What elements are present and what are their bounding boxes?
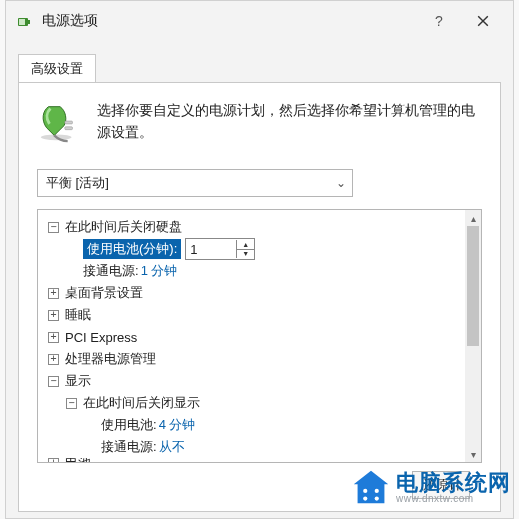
svg-rect-5 xyxy=(65,127,73,130)
tree-node-battery-group[interactable]: + 电池 xyxy=(44,458,461,462)
svg-rect-2 xyxy=(19,19,25,25)
value-link[interactable]: 1 分钟 xyxy=(141,262,178,280)
power-plug-icon xyxy=(37,99,83,145)
svg-rect-4 xyxy=(65,121,73,124)
window-title: 电源选项 xyxy=(42,12,417,30)
tree-node-desktop-bg[interactable]: + 桌面背景设置 xyxy=(44,282,461,304)
minutes-input[interactable] xyxy=(186,240,236,258)
tree-node-hdd-ac[interactable]: 接通电源: 1 分钟 xyxy=(44,260,461,282)
tab-panel: 选择你要自定义的电源计划，然后选择你希望计算机管理的电源设置。 平衡 [活动] … xyxy=(18,82,501,512)
restore-defaults-button[interactable]: 还原计划默认值(R) xyxy=(412,471,470,499)
scroll-up-icon[interactable]: ▴ xyxy=(465,210,481,226)
expand-icon[interactable]: + xyxy=(48,354,59,365)
value-link[interactable]: 4 分钟 xyxy=(159,416,196,434)
spin-down-icon[interactable]: ▼ xyxy=(237,250,254,259)
tree-node-cpu-power[interactable]: + 处理器电源管理 xyxy=(44,348,461,370)
scroll-track[interactable] xyxy=(465,226,481,446)
tree-node-display-battery[interactable]: 使用电池: 4 分钟 xyxy=(44,414,461,436)
close-button[interactable] xyxy=(461,1,505,41)
tab-strip: 高级设置 xyxy=(6,41,513,82)
tree-node-display[interactable]: − 显示 xyxy=(44,370,461,392)
spin-up-icon[interactable]: ▲ xyxy=(237,240,254,250)
tree-node-sleep[interactable]: + 睡眠 xyxy=(44,304,461,326)
power-options-dialog: 电源选项 ? 高级设置 选择你要自定义的电源计划，然后选择你希望计算机管理的电源… xyxy=(5,0,514,519)
selected-label: 使用电池(分钟): xyxy=(83,239,181,259)
svg-rect-1 xyxy=(28,20,30,24)
app-icon xyxy=(16,12,34,30)
expand-icon[interactable]: + xyxy=(48,458,59,462)
collapse-icon[interactable]: − xyxy=(66,398,77,409)
tree-node-hdd-off[interactable]: − 在此时间后关闭硬盘 xyxy=(44,216,461,238)
minutes-spinner[interactable]: ▲ ▼ xyxy=(185,238,255,260)
expand-icon[interactable]: + xyxy=(48,332,59,343)
settings-tree: − 在此时间后关闭硬盘 使用电池(分钟): ▲ ▼ xyxy=(37,209,482,463)
expand-icon[interactable]: + xyxy=(48,310,59,321)
tree-node-hdd-battery[interactable]: 使用电池(分钟): ▲ ▼ xyxy=(44,238,461,260)
scroll-thumb[interactable] xyxy=(467,226,479,346)
tree-node-display-off[interactable]: − 在此时间后关闭显示 xyxy=(44,392,461,414)
tab-advanced-settings[interactable]: 高级设置 xyxy=(18,54,96,83)
scroll-down-icon[interactable]: ▾ xyxy=(465,446,481,462)
settings-tree-viewport[interactable]: − 在此时间后关闭硬盘 使用电池(分钟): ▲ ▼ xyxy=(38,210,465,462)
power-plan-value: 平衡 [活动] xyxy=(46,174,109,192)
help-button[interactable]: ? xyxy=(417,1,461,41)
vertical-scrollbar[interactable]: ▴ ▾ xyxy=(465,210,481,462)
expand-icon[interactable]: + xyxy=(48,288,59,299)
collapse-icon[interactable]: − xyxy=(48,376,59,387)
description-row: 选择你要自定义的电源计划，然后选择你希望计算机管理的电源设置。 xyxy=(37,99,482,145)
chevron-down-icon: ⌄ xyxy=(336,176,346,190)
power-plan-dropdown[interactable]: 平衡 [活动] ⌄ xyxy=(37,169,353,197)
value-link[interactable]: 从不 xyxy=(159,438,185,456)
collapse-icon[interactable]: − xyxy=(48,222,59,233)
tree-node-pci-express[interactable]: + PCI Express xyxy=(44,326,461,348)
titlebar[interactable]: 电源选项 ? xyxy=(6,1,513,41)
tree-node-display-ac[interactable]: 接通电源: 从不 xyxy=(44,436,461,458)
description-text: 选择你要自定义的电源计划，然后选择你希望计算机管理的电源设置。 xyxy=(97,99,482,145)
